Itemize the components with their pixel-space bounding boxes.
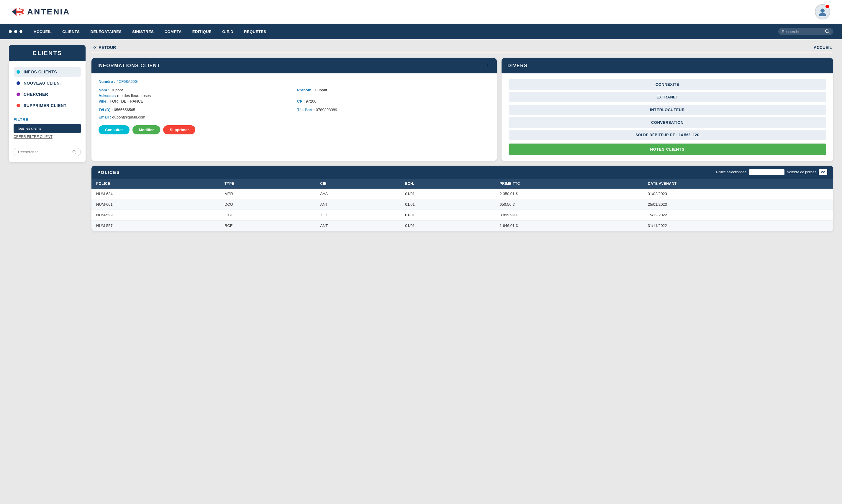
divers-conversation[interactable]: CONVERSATION [509, 117, 826, 128]
col-police: POLICE [91, 179, 220, 188]
cell-prime_ttc: 2 350,01 € [495, 188, 643, 199]
table-row[interactable]: NUM-634MPRAAA01/012 350,01 €31/02/2023 [91, 188, 833, 199]
divers-title: DIVERS [508, 63, 528, 68]
cell-prime_ttc: 1 646,01 € [495, 220, 643, 231]
nav-item-accueil[interactable]: ACCUEIL [28, 24, 57, 39]
cell-police: NUM-557 [91, 220, 220, 231]
divers-list: CONNEXITÉ EXTRANET INTERLOCUTEUR CONVERS… [509, 79, 826, 155]
logo-icon [12, 8, 23, 16]
search-icon [825, 29, 830, 34]
ville-label: Ville : [99, 99, 108, 104]
dot-chercher [17, 93, 20, 96]
user-icon [818, 7, 827, 16]
nav-item-editique[interactable]: ÉDITIQUE [187, 24, 217, 39]
breadcrumb: << RETOUR ACCUEIL [91, 45, 833, 53]
notes-clients-button[interactable]: NOTES CLIENTS [509, 144, 826, 155]
filtre-option-tous[interactable]: Tous les clients [14, 124, 81, 133]
client-actions: Consulter Modifier Supprimer [99, 125, 490, 134]
sidebar-search-box[interactable] [14, 148, 81, 156]
divers-connexite[interactable]: CONNEXITÉ [509, 79, 826, 90]
sidebar-item-label-chercher: CHERCHER [23, 92, 48, 97]
numero-label: Numéro : [99, 79, 115, 84]
svg-line-5 [828, 32, 829, 34]
client-prenom-spacer [297, 93, 490, 98]
nav-item-ged[interactable]: G.E.D [217, 24, 239, 39]
client-adresse-row: Adresse : rue des fleurs roses [99, 93, 291, 98]
divers-card: DIVERS ⋮ CONNEXITÉ EXTRANET INTERLOCUTEU… [501, 58, 833, 161]
table-row[interactable]: NUM-557RCEANT01/011 646,01 €31/11/2022 [91, 220, 833, 231]
prenom-value: Dupont [315, 88, 327, 92]
cp-label: CP : [297, 99, 305, 104]
col-type: TYPE [220, 179, 315, 188]
nav-item-delegataires[interactable]: DÉLÉGATAIRES [85, 24, 127, 39]
ville-value: FORT DE FRANCE [110, 99, 143, 104]
main-content: CLIENTS INFOS CLIENTS NOUVEAU CLIENT CHE… [0, 39, 842, 237]
nom-label: Nom : [99, 88, 109, 92]
svg-line-7 [75, 152, 76, 154]
client-numero: Numéro : 4CF58A69G [99, 79, 490, 84]
back-button[interactable]: << RETOUR [93, 45, 116, 50]
cell-ech: 01/01 [400, 199, 495, 210]
dot-nouveau-client [17, 82, 20, 85]
dot-infos-clients [17, 70, 20, 74]
tel-d-value: 0565656565 [114, 108, 135, 112]
home-link[interactable]: ACCUEIL [814, 45, 832, 50]
logo-area: ANTENIA [12, 7, 70, 17]
divers-menu-icon[interactable]: ⋮ [821, 62, 827, 69]
creer-filtre-link[interactable]: CRÉER FILTRE CLIENT [14, 135, 81, 139]
nav-item-requetes[interactable]: REQUÊTES [239, 24, 272, 39]
cell-date_avenant: 31/02/2023 [643, 188, 833, 199]
police-selectionnee-input[interactable] [749, 169, 785, 175]
polices-table: POLICE TYPE CIE ECH. PRIME TTC DATE AVEN… [91, 179, 833, 231]
cell-police: NUM-634 [91, 188, 220, 199]
info-client-title: INFORMATIONS CLIENT [97, 63, 160, 68]
nav-item-clients[interactable]: CLIENTS [57, 24, 85, 39]
top-header: ANTENIA [0, 0, 842, 24]
divers-body: CONNEXITÉ EXTRANET INTERLOCUTEUR CONVERS… [501, 73, 833, 161]
sidebar-item-supprimer[interactable]: SUPPRIMER CLIENT [14, 101, 81, 110]
cell-date_avenant: 25/01/2023 [643, 199, 833, 210]
adresse-label: Adresse : [99, 93, 116, 98]
tel-port-value: 0789898989 [316, 108, 337, 112]
sidebar-item-label-infos: INFOS CLIENTS [23, 70, 57, 74]
logo-text: ANTENIA [27, 7, 70, 17]
email-label: Email : [99, 115, 111, 119]
svg-marker-1 [12, 9, 16, 15]
client-ville-row: Ville : FORT DE FRANCE [99, 99, 291, 104]
nom-value: Dupont [110, 88, 123, 92]
info-client-menu-icon[interactable]: ⋮ [485, 62, 491, 69]
sidebar-item-infos-clients[interactable]: INFOS CLIENTS [14, 67, 81, 77]
cell-date_avenant: 31/11/2022 [643, 220, 833, 231]
supprimer-button[interactable]: Supprimer [163, 125, 195, 134]
info-client-card: INFORMATIONS CLIENT ⋮ Numéro : 4CF58A69G… [91, 58, 497, 161]
nav-dot-1 [9, 30, 12, 33]
polices-tbody: NUM-634MPRAAA01/012 350,01 €31/02/2023NU… [91, 188, 833, 231]
table-row[interactable]: NUM-601DCOANT01/01650,56 €25/01/2023 [91, 199, 833, 210]
divers-extranet[interactable]: EXTRANET [509, 92, 826, 102]
nav-bar: ACCUEIL CLIENTS DÉLÉGATAIRES SINISTRES C… [0, 24, 842, 39]
email-value: dupont@gmail.com [112, 115, 145, 119]
cell-prime_ttc: 650,56 € [495, 199, 643, 210]
polices-header-row: POLICE TYPE CIE ECH. PRIME TTC DATE AVEN… [91, 179, 833, 188]
nav-search-input[interactable] [782, 30, 823, 34]
svg-point-2 [821, 8, 825, 13]
cell-cie: ANT [315, 199, 400, 210]
sidebar-item-nouveau-client[interactable]: NOUVEAU CLIENT [14, 78, 81, 88]
divers-solde[interactable]: SOLDE DÉBITEUR DE : 14 562, 12€ [509, 130, 826, 140]
sidebar-body: INFOS CLIENTS NOUVEAU CLIENT CHERCHER SU… [9, 61, 86, 162]
table-row[interactable]: NUM-599EXPXTX01/013 899,99 €15/12/2022 [91, 210, 833, 220]
nav-item-compta[interactable]: COMPTA [159, 24, 187, 39]
divers-interlocuteur[interactable]: INTERLOCUTEUR [509, 105, 826, 115]
nav-search-box[interactable] [778, 28, 833, 35]
sidebar-search-input[interactable] [18, 150, 72, 154]
sidebar-title: CLIENTS [9, 45, 86, 61]
right-content: << RETOUR ACCUEIL INFORMATIONS CLIENT ⋮ … [91, 45, 833, 231]
cell-cie: AAA [315, 188, 400, 199]
sidebar-item-chercher[interactable]: CHERCHER [14, 90, 81, 99]
modifier-button[interactable]: Modifier [133, 125, 160, 134]
cp-value: 97200 [306, 99, 316, 104]
nav-item-sinistres[interactable]: SINISTRES [127, 24, 159, 39]
consulter-button[interactable]: Consulter [99, 125, 130, 134]
adresse-value: rue des fleurs roses [117, 93, 151, 98]
avatar[interactable] [815, 4, 830, 19]
